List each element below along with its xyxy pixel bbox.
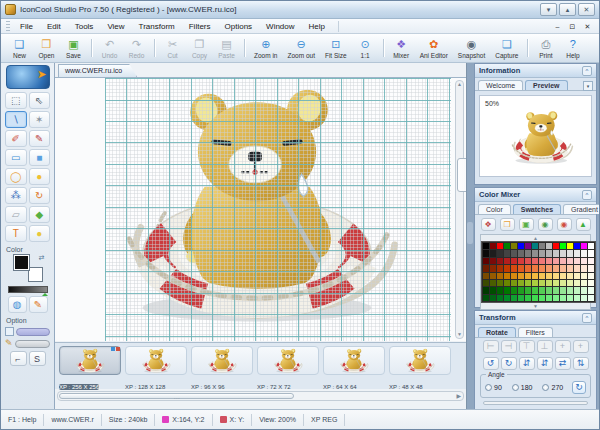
color-swatch[interactable]: [490, 250, 496, 256]
color-swatch[interactable]: [553, 273, 559, 279]
color-swatch[interactable]: [525, 287, 531, 293]
copy-button[interactable]: ❐ Copy: [186, 35, 213, 61]
menu-item[interactable]: Filters: [182, 21, 218, 32]
hscroll-thumb[interactable]: ⋯: [59, 393, 294, 399]
color-swatch[interactable]: [511, 250, 517, 256]
align-left-button[interactable]: ⊢: [483, 340, 499, 353]
mixer-button[interactable]: ❖ Mixer: [388, 35, 415, 61]
color-swatch[interactable]: [581, 295, 587, 301]
line-style-button[interactable]: [15, 340, 50, 348]
select-tool[interactable]: ⬚: [5, 92, 27, 109]
color-swatch[interactable]: [581, 287, 587, 293]
option-checkbox[interactable]: [5, 327, 14, 336]
color-swatch[interactable]: [518, 280, 524, 286]
color-swatch[interactable]: [546, 243, 552, 249]
brush-tool[interactable]: ✎: [29, 130, 51, 147]
open-button[interactable]: ❒ Open: [33, 35, 60, 61]
menu-item[interactable]: File: [13, 21, 40, 32]
swap-colors-icon[interactable]: ⇄: [39, 254, 45, 262]
help-button[interactable]: ? Help: [559, 35, 586, 61]
tab-swatches[interactable]: Swatches: [513, 204, 561, 214]
format-thumbnail[interactable]: XP : 128 X 128: [125, 346, 187, 389]
pixel-grid-canvas[interactable]: [105, 78, 451, 341]
color-swatch[interactable]: [588, 295, 594, 301]
color-swatch[interactable]: [525, 250, 531, 256]
color-swatch[interactable]: [483, 273, 489, 279]
nudge-vertical2-button[interactable]: ⇵: [537, 357, 553, 370]
color-swatch[interactable]: [518, 265, 524, 271]
color-swatch[interactable]: [560, 250, 566, 256]
color-swatch[interactable]: [483, 287, 489, 293]
angle-radio[interactable]: 90: [485, 384, 502, 391]
color-swatch[interactable]: [539, 243, 545, 249]
zoom-out-button[interactable]: ⊖ Zoom out: [282, 35, 319, 61]
color-swatch[interactable]: [532, 273, 538, 279]
capture-button[interactable]: ❏ Capture: [490, 35, 523, 61]
color-swatch[interactable]: [539, 280, 545, 286]
collapse-icon[interactable]: ^: [582, 313, 592, 323]
document-tab[interactable]: www.CWER.ru.ico: [58, 64, 137, 77]
color-swatch[interactable]: [497, 243, 503, 249]
color-swatch[interactable]: [525, 280, 531, 286]
color-swatch[interactable]: [588, 280, 594, 286]
color-swatch[interactable]: [504, 273, 510, 279]
color-swatch[interactable]: [497, 280, 503, 286]
color-swatch[interactable]: [560, 258, 566, 264]
color-swatch[interactable]: [532, 280, 538, 286]
tab-welcome[interactable]: Welcome: [478, 80, 523, 90]
tab-filters[interactable]: Filters: [518, 327, 553, 337]
background-color-well[interactable]: [28, 267, 43, 282]
format-thumbnail[interactable]: XP : 48 X 48: [389, 346, 451, 389]
filmstrip-scrollbar[interactable]: ⋯ ▶: [57, 391, 464, 401]
color-swatch[interactable]: [546, 287, 552, 293]
ellipse-tool[interactable]: ◯: [5, 168, 27, 185]
color-swatch[interactable]: [574, 273, 580, 279]
color-swatch[interactable]: [532, 258, 538, 264]
center-horizontal-button[interactable]: +: [555, 340, 571, 353]
print-button[interactable]: ⎙ Print: [532, 35, 559, 61]
color-swatch[interactable]: [511, 295, 517, 301]
color-swatch[interactable]: [532, 295, 538, 301]
undo-button[interactable]: ↶ Undo: [96, 35, 123, 61]
color-swatch[interactable]: [567, 280, 573, 286]
color-swatch[interactable]: [497, 250, 503, 256]
zoom-in-button[interactable]: ⊕ Zoom in: [249, 35, 282, 61]
color-swatch[interactable]: [574, 258, 580, 264]
color-swatch[interactable]: [567, 258, 573, 264]
color-mixer-header[interactable]: Color Mixer ^: [475, 188, 596, 202]
swatch-scroll-up-icon[interactable]: ▲: [481, 236, 590, 240]
color-swatch[interactable]: [532, 265, 538, 271]
color-swatch[interactable]: [532, 287, 538, 293]
color-swatch[interactable]: [497, 295, 503, 301]
color-swatch[interactable]: [567, 273, 573, 279]
color-swatch[interactable]: [560, 273, 566, 279]
fill-tool[interactable]: ◆: [29, 206, 51, 223]
color-swatch[interactable]: [567, 287, 573, 293]
tab-color[interactable]: Color: [478, 204, 511, 214]
color-swatch[interactable]: [504, 243, 510, 249]
import-palette-button[interactable]: ▲: [576, 218, 591, 231]
flip-vertical-button[interactable]: ⇅: [573, 357, 589, 370]
swatch-scroll-down-icon[interactable]: ▼: [481, 304, 590, 308]
color-swatch[interactable]: [560, 243, 566, 249]
text-tool[interactable]: T: [5, 225, 27, 242]
eraser-tool[interactable]: ▱: [5, 206, 27, 223]
color-swatch[interactable]: [588, 258, 594, 264]
color-swatch[interactable]: [511, 265, 517, 271]
library-browser-button[interactable]: [6, 65, 50, 89]
color-swatch[interactable]: [490, 258, 496, 264]
filled-ellipse-tool[interactable]: ●: [29, 168, 51, 185]
color-swatch[interactable]: [525, 295, 531, 301]
color-swatch[interactable]: [490, 280, 496, 286]
color-swatch[interactable]: [553, 265, 559, 271]
color-swatch[interactable]: [588, 265, 594, 271]
color-swatch[interactable]: [574, 280, 580, 286]
tab-gradient[interactable]: Gradient: [563, 204, 600, 214]
magic-wand-tool[interactable]: ✶: [29, 111, 51, 128]
rotate-cw-button[interactable]: ↻: [501, 357, 517, 370]
color-swatch[interactable]: [581, 250, 587, 256]
color-swatch[interactable]: [511, 243, 517, 249]
rotate-ccw-button[interactable]: ↺: [483, 357, 499, 370]
line-width-button[interactable]: [16, 328, 50, 336]
menu-item[interactable]: Tools: [68, 21, 101, 32]
